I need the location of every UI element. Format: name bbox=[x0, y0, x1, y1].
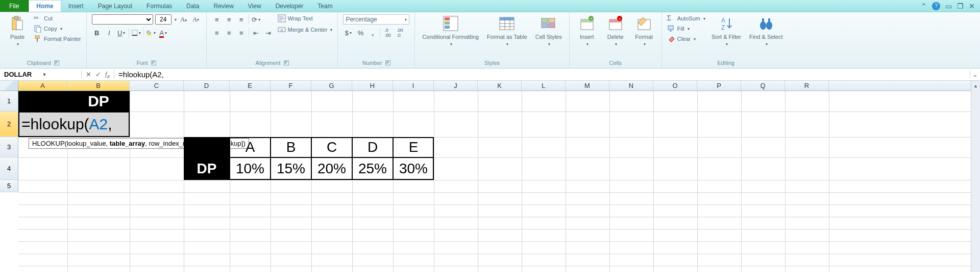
insert-button[interactable]: + Insert▾ bbox=[575, 14, 599, 48]
cell-H4[interactable]: 25% bbox=[352, 157, 393, 180]
font-name-select[interactable] bbox=[92, 14, 153, 25]
align-top-button[interactable]: ≡ bbox=[212, 14, 222, 25]
expand-formula-bar-button[interactable]: ⌄ bbox=[970, 71, 980, 78]
find-select-button[interactable]: Find & Select▾ bbox=[747, 14, 785, 48]
paste-button[interactable]: Paste ▾ bbox=[5, 14, 30, 48]
column-header-E[interactable]: E bbox=[230, 81, 271, 90]
row-header-4[interactable]: 4 bbox=[0, 157, 18, 180]
align-middle-button[interactable]: ≡ bbox=[224, 14, 234, 25]
decrease-decimal-button[interactable]: .00.0 bbox=[395, 28, 405, 38]
tab-developer[interactable]: Developer bbox=[268, 0, 311, 12]
percent-format-button[interactable]: % bbox=[355, 28, 365, 38]
bold-button[interactable]: B bbox=[92, 28, 102, 38]
cell-F3[interactable]: B bbox=[271, 137, 311, 157]
column-header-M[interactable]: M bbox=[566, 81, 609, 90]
wrap-text-button[interactable]: Wrap Text bbox=[278, 14, 333, 22]
tab-view[interactable]: View bbox=[241, 0, 268, 12]
delete-button[interactable]: × Delete▾ bbox=[603, 14, 628, 48]
tab-team[interactable]: Team bbox=[310, 0, 339, 12]
column-header-N[interactable]: N bbox=[609, 81, 653, 90]
tab-data[interactable]: Data bbox=[179, 0, 206, 12]
cell-F4[interactable]: 15% bbox=[271, 157, 311, 180]
column-header-H[interactable]: H bbox=[352, 81, 393, 90]
grow-font-button[interactable]: A▴ bbox=[179, 14, 189, 25]
tab-home[interactable]: Home bbox=[29, 0, 61, 12]
merge-center-button[interactable]: a Merge & Center ▾ bbox=[278, 26, 333, 34]
cancel-formula-button[interactable]: ✕ bbox=[86, 71, 91, 78]
row-header-5[interactable]: 5 bbox=[0, 180, 18, 192]
column-header-A[interactable]: A bbox=[18, 81, 67, 90]
accounting-format-button[interactable]: $▾ bbox=[343, 28, 353, 38]
font-size-input[interactable] bbox=[155, 14, 172, 25]
enter-formula-button[interactable]: ✓ bbox=[95, 71, 101, 78]
decrease-indent-button[interactable]: ⇤ bbox=[251, 28, 261, 38]
align-left-button[interactable]: ≡ bbox=[212, 28, 222, 38]
clear-button[interactable]: Clear▾ bbox=[667, 35, 705, 43]
dialog-launcher-icon[interactable] bbox=[54, 60, 59, 65]
autosum-button[interactable]: Σ AutoSum▾ bbox=[667, 14, 705, 22]
name-box[interactable]: DOLLAR ▼ bbox=[0, 71, 82, 78]
align-bottom-button[interactable]: ≡ bbox=[236, 14, 247, 25]
dropdown-icon[interactable]: ▼ bbox=[42, 72, 78, 77]
column-header-O[interactable]: O bbox=[653, 81, 697, 90]
font-color-button[interactable]: A▾ bbox=[158, 28, 168, 38]
format-button[interactable]: Format▾ bbox=[632, 14, 656, 48]
cell-G4[interactable]: 20% bbox=[311, 157, 352, 180]
orientation-button[interactable]: ⟳▾ bbox=[251, 14, 261, 25]
increase-indent-button[interactable]: ⇥ bbox=[263, 28, 274, 38]
window-restore-icon[interactable]: ❐ bbox=[957, 3, 964, 10]
column-header-F[interactable]: F bbox=[271, 81, 311, 90]
row-header-1[interactable]: 1 bbox=[0, 91, 18, 111]
select-all-corner[interactable] bbox=[0, 81, 18, 90]
help-icon[interactable]: ? bbox=[932, 2, 940, 10]
window-close-icon[interactable]: ✕ bbox=[969, 3, 975, 10]
column-header-P[interactable]: P bbox=[697, 81, 741, 90]
dialog-launcher-icon[interactable] bbox=[151, 60, 156, 65]
row-header-3[interactable]: 3 bbox=[0, 137, 18, 157]
ribbon-minimize-icon[interactable]: ⌃ bbox=[921, 3, 927, 10]
align-right-button[interactable]: ≡ bbox=[236, 28, 247, 38]
tab-insert[interactable]: Insert bbox=[61, 0, 91, 12]
vertical-scrollbar[interactable]: ▴ ▾ bbox=[971, 81, 980, 272]
column-header-L[interactable]: L bbox=[522, 81, 566, 90]
scroll-up-button[interactable]: ▴ bbox=[971, 81, 980, 90]
cell-styles-button[interactable]: Cell Styles▾ bbox=[533, 14, 564, 48]
tab-formulas[interactable]: Formulas bbox=[139, 0, 179, 12]
fill-button[interactable]: Fill▾ bbox=[667, 25, 705, 33]
column-header-G[interactable]: G bbox=[311, 81, 352, 90]
column-header-B[interactable]: B bbox=[67, 81, 130, 90]
column-header-Q[interactable]: Q bbox=[741, 81, 785, 90]
column-header-K[interactable]: K bbox=[478, 81, 522, 90]
increase-decimal-button[interactable]: .0.00 bbox=[382, 28, 393, 38]
sort-filter-button[interactable]: AZ Sort & Filter▾ bbox=[709, 14, 743, 48]
window-minimize-icon[interactable]: ▭ bbox=[945, 3, 952, 10]
cell-I4[interactable]: 30% bbox=[393, 157, 434, 180]
cell-B1[interactable]: DP bbox=[67, 91, 130, 111]
cell-E4[interactable]: 10% bbox=[230, 157, 271, 180]
format-painter-button[interactable]: Format Painter bbox=[34, 35, 81, 43]
tab-review[interactable]: Review bbox=[206, 0, 240, 12]
format-as-table-button[interactable]: Format as Table▾ bbox=[485, 14, 529, 48]
cell-I3[interactable]: E bbox=[393, 137, 434, 157]
column-header-D[interactable]: D bbox=[184, 81, 230, 90]
cell-G3[interactable]: C bbox=[311, 137, 352, 157]
column-header-I[interactable]: I bbox=[393, 81, 434, 90]
shrink-font-button[interactable]: A▾ bbox=[191, 14, 201, 25]
underline-button[interactable]: U▾ bbox=[116, 28, 127, 38]
formula-bar-input[interactable]: =hlookup(A2, bbox=[114, 70, 970, 79]
cell-E3[interactable]: A bbox=[230, 137, 271, 157]
comma-format-button[interactable]: , bbox=[368, 28, 378, 38]
file-tab[interactable]: File bbox=[0, 0, 29, 12]
borders-button[interactable]: ▾ bbox=[131, 28, 141, 38]
italic-button[interactable]: I bbox=[104, 28, 114, 38]
row-header-2[interactable]: 2 bbox=[0, 111, 18, 137]
align-center-button[interactable]: ≡ bbox=[224, 28, 234, 38]
insert-function-button[interactable]: fx bbox=[105, 70, 110, 79]
cell-D4[interactable]: DP bbox=[184, 157, 230, 180]
column-header-R[interactable]: R bbox=[785, 81, 829, 90]
dialog-launcher-icon[interactable] bbox=[385, 60, 390, 65]
copy-button[interactable]: Copy ▾ bbox=[34, 25, 81, 33]
fill-color-button[interactable]: ▾ bbox=[146, 28, 156, 38]
cut-button[interactable]: ✂ Cut bbox=[34, 14, 81, 22]
number-format-select[interactable]: Percentage ▾ bbox=[343, 14, 409, 25]
